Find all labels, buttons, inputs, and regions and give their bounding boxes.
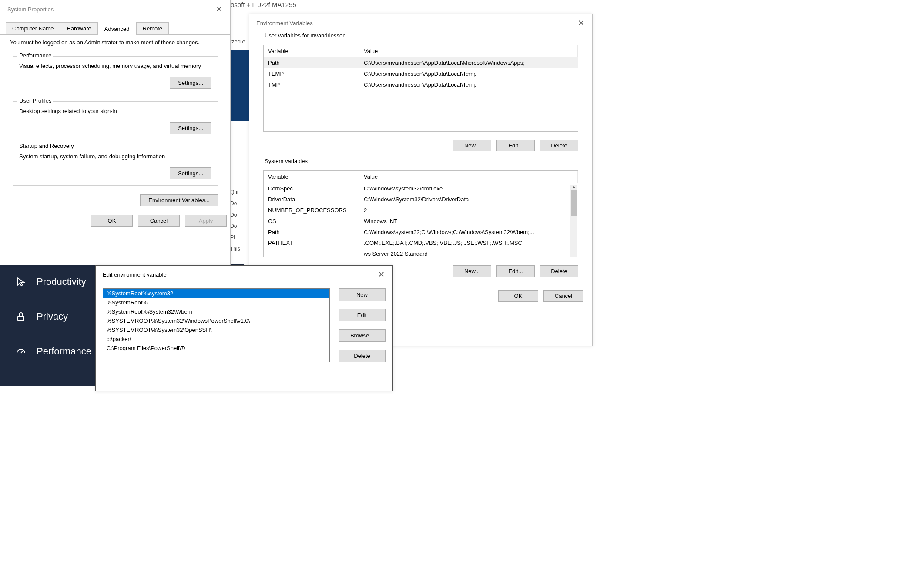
delete-button[interactable]: Delete [339,350,386,362]
close-icon[interactable]: ✕ [575,18,587,28]
system-properties-window: System Properties ✕ Computer Name Hardwa… [0,0,231,265]
user-vars-table[interactable]: Variable Value PathC:\Users\mvandriessen… [263,45,578,132]
section-legend: System variables [262,158,310,164]
table-row[interactable]: TEMPC:\Users\mvandriessen\AppData\Local\… [264,68,578,79]
cell-variable: OS [264,217,359,226]
cell-variable: Path [264,58,359,67]
tab-advanced[interactable]: Advanced [98,23,136,35]
th-variable[interactable]: Variable [264,171,359,183]
cell-value: C:\Windows\system32\cmd.exe [359,184,578,193]
cell-value: C:\Windows\system32;C:\Windows;C:\Window… [359,227,578,237]
cell-value: C:\Users\mvandriessen\AppData\Local\Micr… [359,58,578,67]
system-delete-button[interactable]: Delete [540,265,578,277]
list-item[interactable]: C:\Program Files\PowerShell\7\ [103,344,329,353]
window-title: Edit environment variable [103,271,167,278]
startup-settings-button[interactable]: Settings... [170,167,211,179]
table-row[interactable]: PathC:\Windows\system32;C:\Windows;C:\Wi… [264,227,578,237]
tab-hardware[interactable]: Hardware [60,22,97,34]
cell-variable: ComSpec [264,184,359,193]
cell-value: C:\Windows\System32\Drivers\DriverData [359,195,578,204]
desc: System startup, system failure, and debu… [19,153,211,160]
sidebar-label: Privacy [37,311,68,322]
table-row[interactable]: PathC:\Users\mvandriessen\AppData\Local\… [264,57,578,68]
table-row[interactable]: NUMBER_OF_PROCESSORS2 [264,205,578,216]
group-user-profiles: User Profiles Desktop settings related t… [13,101,218,140]
bg-text: zed e [230,37,247,46]
sidebar-label: Productivity [37,276,86,287]
list-item[interactable]: %SYSTEMROOT%\System32\OpenSSH\ [103,325,329,334]
group-performance: Performance Visual effects, processor sc… [13,56,218,95]
scrollbar[interactable]: ▲ [570,185,577,257]
table-row[interactable]: PATHEXT.COM;.EXE;.BAT;.CMD;.VBS;.VBE;.JS… [264,237,578,248]
edit-environment-variable-window: Edit environment variable ✕ %SystemRoot%… [95,265,393,391]
titlebar[interactable]: Environment Variables ✕ [249,14,592,32]
bg-text: osoft + L 022f MA1255 [231,1,296,8]
cell-variable: DriverData [264,195,359,204]
cancel-button[interactable]: Cancel [138,215,180,227]
cell-variable: PATHEXT [264,238,359,247]
list-item[interactable]: %SYSTEMROOT%\System32\WindowsPowerShell\… [103,316,329,325]
legend: Startup and Recovery [17,143,76,149]
window-title: System Properties [7,6,54,13]
cell-value: .COM;.EXE;.BAT;.CMD;.VBS;.VBE;.JS;.JSE;.… [359,238,578,247]
table-row[interactable]: OSWindows_NT [264,216,578,227]
th-value[interactable]: Value [359,45,578,57]
close-icon[interactable]: ✕ [376,270,387,279]
cell-value: C:\Users\mvandriessen\AppData\Local\Temp [359,80,578,89]
list-item[interactable]: %SystemRoot% [103,298,329,307]
cell-value: C:\Users\mvandriessen\AppData\Local\Temp [359,69,578,78]
titlebar[interactable]: Edit environment variable ✕ [96,266,392,283]
ok-button[interactable]: OK [498,290,538,302]
user-profiles-settings-button[interactable]: Settings... [170,122,211,134]
lock-icon [15,311,27,323]
cell-variable: Path [264,227,359,237]
cell-value: Windows_NT [359,217,578,226]
list-item[interactable]: %SystemRoot%\System32\Wbem [103,307,329,316]
table-row[interactable]: DriverDataC:\Windows\System32\Drivers\Dr… [264,194,578,205]
gauge-icon [15,345,27,357]
cell-variable: TEMP [264,69,359,78]
system-vars-table[interactable]: Variable Value ComSpecC:\Windows\system3… [263,170,578,257]
edit-button[interactable]: Edit [339,309,386,321]
admin-note: You must be logged on as an Administrato… [0,35,230,50]
cell-variable [264,249,359,257]
path-listbox[interactable]: %SystemRoot%\system32%SystemRoot%%System… [103,288,330,362]
legend: Performance [17,52,53,59]
close-icon[interactable]: ✕ [213,4,225,14]
list-item[interactable]: c:\packer\ [103,334,329,344]
ok-button[interactable]: OK [91,215,133,227]
user-delete-button[interactable]: Delete [540,140,578,151]
table-row[interactable]: ws Server 2022 Standard [264,248,578,257]
desc: Visual effects, processor scheduling, me… [19,63,211,69]
th-variable[interactable]: Variable [264,45,359,57]
new-button[interactable]: New [339,288,386,301]
sidebar-label: Performance [37,346,91,357]
cell-value: 2 [359,206,578,215]
browse-button[interactable]: Browse... [339,329,386,342]
table-row[interactable]: ComSpecC:\Windows\system32\cmd.exe [264,183,578,194]
cursor-icon [15,276,27,288]
table-row[interactable]: TMPC:\Users\mvandriessen\AppData\Local\T… [264,79,578,90]
apply-button[interactable]: Apply [185,215,227,227]
legend: User Profiles [17,97,53,104]
section-legend: User variables for mvandriessen [262,32,348,39]
user-vars-section: User variables for mvandriessen Variable… [258,37,583,157]
table-header: Variable Value [264,171,578,183]
environment-variables-button[interactable]: Environment Variables... [140,194,218,206]
scroll-thumb[interactable] [571,190,577,216]
cancel-button[interactable]: Cancel [543,290,583,302]
list-item[interactable]: %SystemRoot%\system32 [103,289,329,298]
svg-rect-0 [18,316,24,321]
tab-remote[interactable]: Remote [136,22,169,34]
performance-settings-button[interactable]: Settings... [170,77,211,89]
tab-computer-name[interactable]: Computer Name [6,22,60,34]
titlebar[interactable]: System Properties ✕ [0,0,230,18]
user-new-button[interactable]: New... [453,140,491,151]
user-edit-button[interactable]: Edit... [496,140,535,151]
system-new-button[interactable]: New... [453,265,491,277]
th-value[interactable]: Value [359,171,578,183]
scroll-up-icon[interactable]: ▲ [570,185,577,189]
bg-quick-panel: Qui De Do Do Pi This [228,121,251,264]
system-edit-button[interactable]: Edit... [496,265,535,277]
group-startup-recovery: Startup and Recovery System startup, sys… [13,147,218,186]
